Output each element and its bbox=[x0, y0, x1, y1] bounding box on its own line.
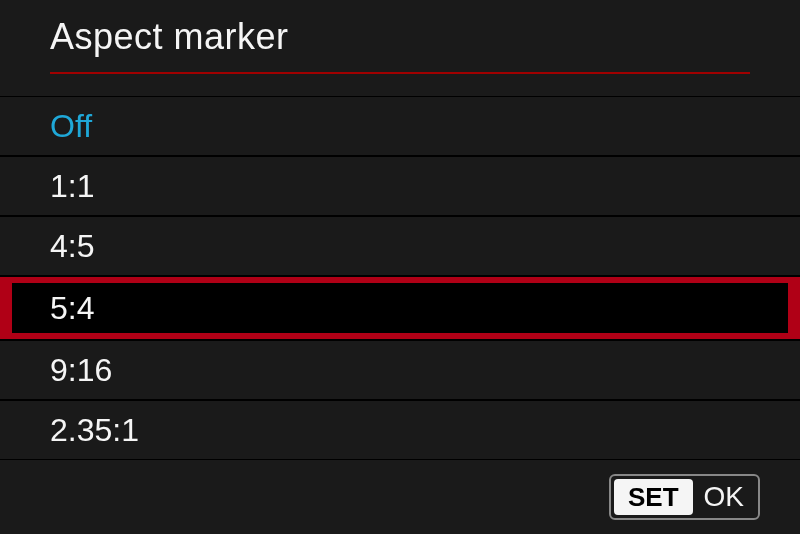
option-5-4[interactable]: 5:4 bbox=[0, 276, 800, 340]
option-highlight-inner: 5:4 bbox=[12, 283, 788, 333]
header-underline bbox=[50, 72, 750, 74]
option-1-1[interactable]: 1:1 bbox=[0, 156, 800, 216]
option-label: 9:16 bbox=[50, 352, 112, 389]
page-title: Aspect marker bbox=[50, 16, 750, 58]
menu-screen: Aspect marker Off 1:1 4:5 5:4 9:16 2.35:… bbox=[0, 0, 800, 534]
option-label: 1:1 bbox=[50, 168, 94, 205]
set-ok-button[interactable]: SET OK bbox=[609, 474, 760, 520]
option-label: 2.35:1 bbox=[50, 412, 139, 449]
option-4-5[interactable]: 4:5 bbox=[0, 216, 800, 276]
option-label: 5:4 bbox=[50, 290, 94, 327]
set-label: SET bbox=[614, 479, 693, 515]
option-label: 4:5 bbox=[50, 228, 94, 265]
option-label: Off bbox=[50, 108, 92, 145]
ok-label: OK bbox=[696, 476, 758, 518]
option-2-35-1[interactable]: 2.35:1 bbox=[0, 400, 800, 460]
menu-header: Aspect marker bbox=[0, 0, 800, 68]
option-9-16[interactable]: 9:16 bbox=[0, 340, 800, 400]
options-list: Off 1:1 4:5 5:4 9:16 2.35:1 bbox=[0, 96, 800, 460]
option-off[interactable]: Off bbox=[0, 96, 800, 156]
footer: SET OK bbox=[609, 474, 760, 520]
